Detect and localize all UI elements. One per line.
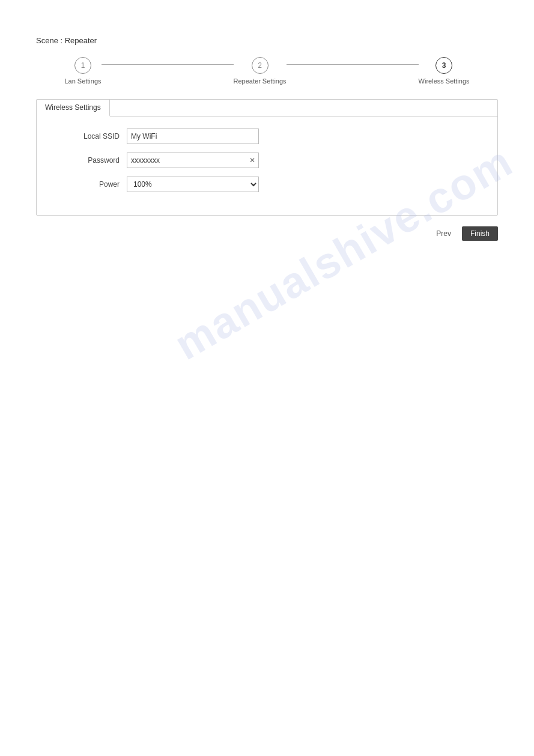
power-select[interactable]: 100% 75% 50% 25% xyxy=(127,177,259,192)
tab-header: Wireless Settings xyxy=(37,100,497,116)
power-label: Power xyxy=(55,180,127,189)
local-ssid-row: Local SSID xyxy=(55,129,479,144)
button-row: Prev Finish xyxy=(36,226,498,241)
prev-button[interactable]: Prev xyxy=(430,226,457,241)
tab-content: Local SSID Password ✕ Power 100% 75% 50%… xyxy=(37,116,497,215)
step-3-label: Wireless Settings xyxy=(419,77,470,85)
power-row: Power 100% 75% 50% 25% xyxy=(55,177,479,192)
password-label: Password xyxy=(55,156,127,165)
local-ssid-input[interactable] xyxy=(127,129,259,144)
step-2-label: Repeater Settings xyxy=(234,77,287,85)
password-input-wrapper: ✕ xyxy=(127,153,259,168)
tab-wireless-settings[interactable]: Wireless Settings xyxy=(37,100,110,116)
step-2-circle: 2 xyxy=(252,57,269,74)
step-1-label: Lan Settings xyxy=(64,77,101,85)
tab-panel: Wireless Settings Local SSID Password ✕ … xyxy=(36,99,498,216)
step-1: 1 Lan Settings xyxy=(64,57,101,85)
step-1-circle: 1 xyxy=(74,57,91,74)
scene-title: Scene : Repeater xyxy=(36,36,498,45)
local-ssid-label: Local SSID xyxy=(55,132,127,141)
step-line-1 xyxy=(102,64,234,65)
password-row: Password ✕ xyxy=(55,153,479,168)
stepper: 1 Lan Settings 2 Repeater Settings 3 Wir… xyxy=(36,57,498,85)
step-2: 2 Repeater Settings xyxy=(234,57,287,85)
password-input[interactable] xyxy=(127,153,259,168)
step-3: 3 Wireless Settings xyxy=(419,57,470,85)
finish-button[interactable]: Finish xyxy=(462,226,498,241)
step-line-2 xyxy=(287,64,419,65)
step-3-circle: 3 xyxy=(435,57,452,74)
password-clear-button[interactable]: ✕ xyxy=(248,157,256,164)
